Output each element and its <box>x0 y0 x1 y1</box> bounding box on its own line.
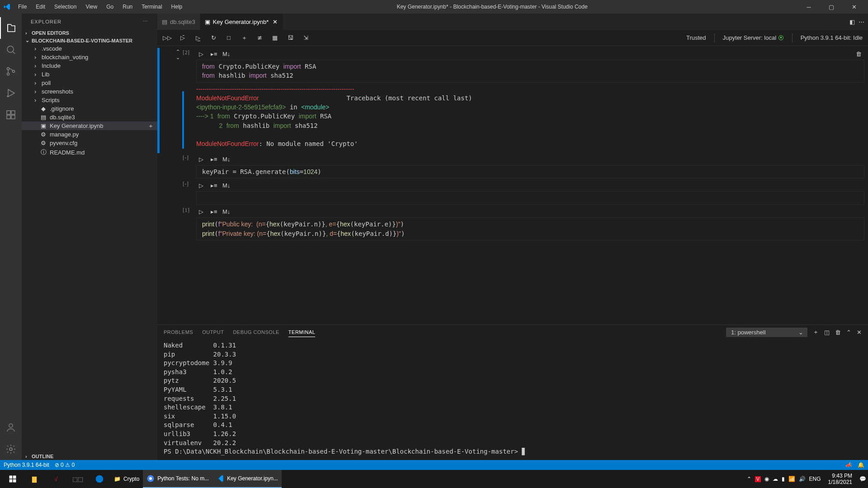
edge-icon[interactable] <box>89 470 110 488</box>
sidebar-more-icon[interactable]: ⋯ <box>143 19 148 24</box>
panel-tab-problems[interactable]: PROBLEMS <box>164 328 193 337</box>
run-below-icon[interactable]: ▷̲ <box>193 33 203 42</box>
minimize-button[interactable]: ─ <box>798 0 819 14</box>
chevron-down-icon[interactable]: ⌄ <box>176 55 180 61</box>
code-cell[interactable] <box>196 191 864 205</box>
file-manage-py[interactable]: ⚙manage.py <box>22 130 157 139</box>
source-control-icon[interactable] <box>0 61 22 82</box>
status-bell-icon[interactable]: 🔔 <box>858 462 864 468</box>
run-by-line-icon[interactable]: ▸≡ <box>211 51 218 58</box>
markdown-icon[interactable]: M↓ <box>222 182 230 189</box>
close-button[interactable]: ✕ <box>844 0 864 14</box>
panel-tab-output[interactable]: OUTPUT <box>202 328 224 337</box>
folder-lib[interactable]: ›Lib <box>22 70 157 79</box>
menu-terminal[interactable]: Terminal <box>138 2 165 12</box>
project-header[interactable]: ⌄BLOCKCHAIN-BASED-E-VOTING-MASTER <box>22 37 157 44</box>
run-debug-icon[interactable] <box>0 82 22 104</box>
file-db-sqlite3[interactable]: ▤db.sqlite3 <box>22 113 157 122</box>
run-cell-icon[interactable]: ▷ <box>199 51 206 58</box>
tray-icon[interactable]: V <box>755 476 761 482</box>
run-by-line-icon[interactable]: ▸≡ <box>211 182 218 189</box>
folder-poll[interactable]: ›poll <box>22 79 157 87</box>
new-terminal-icon[interactable]: ＋ <box>813 328 819 336</box>
clear-output-icon[interactable]: ≢ <box>255 33 264 42</box>
split-terminal-icon[interactable]: ◫ <box>824 329 830 336</box>
run-above-icon[interactable]: ▷̄ <box>178 33 187 42</box>
kill-terminal-icon[interactable]: 🗑 <box>835 329 841 336</box>
folder-screenshots[interactable]: ›screenshots <box>22 87 157 96</box>
tray-notifications-icon[interactable]: 💬 <box>859 476 866 482</box>
code-cell[interactable]: from Crypto.PublicKey import RSA from ha… <box>196 60 864 83</box>
status-feedback-icon[interactable]: 📣 <box>845 462 852 468</box>
menu-file[interactable]: File <box>14 2 30 12</box>
start-button[interactable] <box>2 470 24 488</box>
menu-view[interactable]: View <box>82 2 101 12</box>
taskbar-vscode[interactable]: Key Generator.ipyn... <box>212 470 282 488</box>
interrupt-icon[interactable]: □ <box>224 33 233 42</box>
split-editor-icon[interactable]: ◧ <box>849 19 855 25</box>
folder-scripts[interactable]: ›Scripts <box>22 96 157 104</box>
app-icon[interactable]: ⬚⬚ <box>67 470 89 488</box>
export-icon[interactable]: ⇲ <box>301 33 310 42</box>
trusted-label[interactable]: Trusted <box>686 34 706 41</box>
close-icon[interactable]: ✕ <box>271 18 278 25</box>
more-actions-icon[interactable]: ⋯ <box>859 19 864 25</box>
variables-icon[interactable]: ▦ <box>270 33 279 42</box>
restart-icon[interactable]: ↻ <box>209 33 218 42</box>
menu-run[interactable]: Run <box>119 2 136 12</box>
tray-cloud-icon[interactable]: ☁ <box>773 476 778 482</box>
file-readme[interactable]: ⓘREADME.md <box>22 147 157 157</box>
tab-db-sqlite3[interactable]: ▤db.sqlite3 <box>157 14 200 30</box>
add-cell-icon[interactable]: ＋ <box>148 122 154 130</box>
save-icon[interactable]: 🖫 <box>286 33 295 42</box>
tray-wifi-icon[interactable]: 📶 <box>788 476 795 482</box>
run-cell-icon[interactable]: ▷ <box>199 156 206 163</box>
close-panel-icon[interactable]: ✕ <box>857 329 862 336</box>
menu-edit[interactable]: Edit <box>32 2 49 12</box>
delete-cell-icon[interactable]: 🗑 <box>856 51 862 57</box>
settings-icon[interactable] <box>0 438 22 460</box>
account-icon[interactable] <box>0 417 22 438</box>
taskbar-chrome[interactable]: Python Tests: No m... <box>143 470 212 488</box>
tray-volume-icon[interactable]: 🔊 <box>799 476 806 482</box>
jupyter-server-label[interactable]: Jupyter Server: local ⦿ <box>723 34 784 41</box>
markdown-icon[interactable]: M↓ <box>222 156 230 163</box>
terminal-selector[interactable]: 1: powershell⌄ <box>726 328 807 337</box>
open-editors-header[interactable]: ›OPEN EDITORS <box>22 29 157 37</box>
notebook-cell[interactable]: [1] ▷ ▸≡ M↓ print(f"Public key: (n={hex(… <box>157 206 868 241</box>
tray-chevron-icon[interactable]: ⌃ <box>747 476 751 482</box>
terminal-output[interactable]: Naked 0.1.31 pip 20.3.3 pycryptodome 3.9… <box>157 339 868 460</box>
taskbar-folder[interactable]: 📁 Crypto <box>110 470 143 488</box>
notebook-cell[interactable]: ⌃ ⌄ [2] ▷ ▸≡ M↓ from Crypto.PublicKey im… <box>157 48 868 153</box>
notebook-cell[interactable]: [-] ▷ ▸≡ M↓ <box>157 179 868 206</box>
tray-lang[interactable]: ENG <box>809 476 821 482</box>
file-key-generator[interactable]: ▣Key Generator.ipynb＋ <box>22 122 157 130</box>
run-cell-icon[interactable]: ▷ <box>199 182 206 189</box>
tray-battery-icon[interactable]: ▮ <box>782 476 785 482</box>
maximize-panel-icon[interactable]: ⌃ <box>846 329 851 336</box>
run-cell-icon[interactable]: ▷ <box>199 208 206 216</box>
panel-tab-terminal[interactable]: TERMINAL <box>288 328 316 337</box>
search-icon[interactable] <box>0 39 22 61</box>
file-explorer-icon[interactable]: ▇ <box>24 470 45 488</box>
menu-go[interactable]: Go <box>103 2 117 12</box>
run-by-line-icon[interactable]: ▸≡ <box>211 156 218 163</box>
code-cell[interactable]: keyPair = RSA.generate(bits=1024) <box>196 165 864 178</box>
run-all-icon[interactable]: ▷▷ <box>163 33 172 42</box>
explorer-icon[interactable] <box>0 17 22 39</box>
run-by-line-icon[interactable]: ▸≡ <box>211 208 218 216</box>
notebook-cell[interactable]: [-] ▷ ▸≡ M↓ keyPair = RSA.generate(bits=… <box>157 153 868 179</box>
tray-steam-icon[interactable]: ◉ <box>764 476 769 482</box>
code-cell[interactable]: print(f"Public key: (n={hex(keyPair.n)},… <box>196 217 864 240</box>
file-gitignore[interactable]: ◆.gitignore <box>22 104 157 113</box>
status-errors[interactable]: ⊘ 0 ⚠ 0 <box>55 462 75 468</box>
add-cell-icon[interactable]: ＋ <box>240 33 249 42</box>
taskbar-clock[interactable]: 9:43 PM 1/18/2021 <box>825 473 856 486</box>
markdown-icon[interactable]: M↓ <box>222 208 230 216</box>
menu-selection[interactable]: Selection <box>51 2 80 12</box>
maximize-button[interactable]: ▢ <box>821 0 842 14</box>
markdown-icon[interactable]: M↓ <box>222 51 230 58</box>
tab-key-generator[interactable]: ▣Key Generator.ipynb*✕ <box>200 14 284 30</box>
folder-blockchain-voting[interactable]: ›blockchain_voting <box>22 53 157 61</box>
panel-tab-debug[interactable]: DEBUG CONSOLE <box>233 328 279 337</box>
